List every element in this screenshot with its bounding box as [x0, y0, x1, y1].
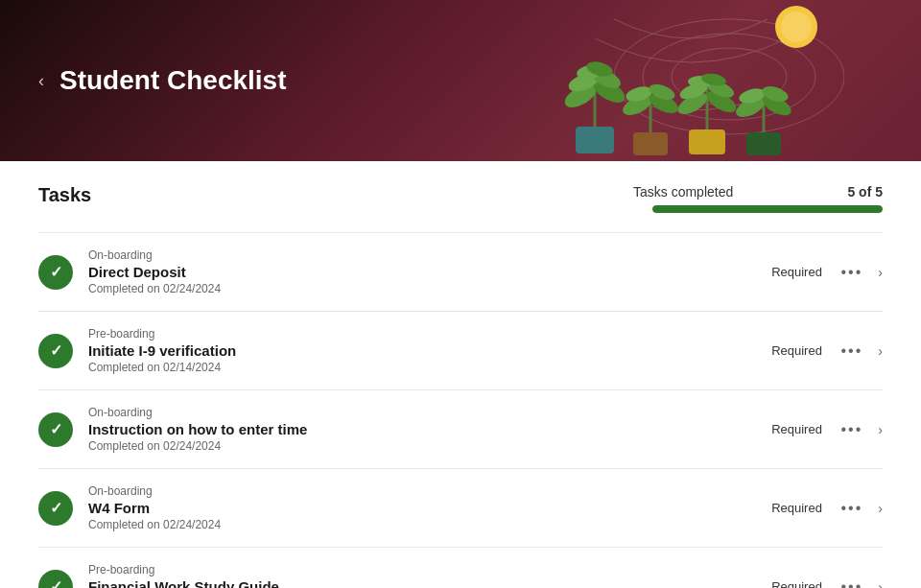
tasks-completed-label: Tasks completed	[633, 184, 733, 200]
task-name-4: W4 Form	[88, 500, 768, 516]
progress-bar-fill	[652, 205, 883, 213]
task-name-2: Initiate I-9 verification	[88, 342, 768, 359]
task-date-4: Completed on 02/24/2024	[88, 518, 768, 531]
task-info-5: Pre-boarding Financial Work Study Guide …	[88, 563, 768, 588]
task-item: ✓ On-boarding Instruction on how to ente…	[38, 390, 883, 469]
tasks-completed-count: 5 of 5	[847, 184, 883, 200]
task-category-1: On-boarding	[88, 248, 768, 262]
task-chevron-3[interactable]: ›	[878, 422, 883, 437]
tasks-completed-block: Tasks completed 5 of 5	[633, 184, 883, 213]
task-name-3: Instruction on how to enter time	[88, 421, 768, 437]
task-item: ✓ Pre-boarding Initiate I-9 verification…	[38, 312, 883, 390]
task-required-5: Required	[768, 579, 826, 588]
task-date-1: Completed on 02/24/2024	[88, 282, 768, 295]
task-item: ✓ On-boarding W4 Form Completed on 02/24…	[38, 469, 883, 548]
task-date-3: Completed on 02/24/2024	[88, 439, 768, 453]
header-illustration	[537, 0, 844, 161]
tasks-header-row: Tasks Tasks completed 5 of 5	[38, 184, 883, 213]
svg-rect-5	[576, 127, 614, 153]
tasks-completed-row: Tasks completed 5 of 5	[633, 184, 883, 200]
task-info-4: On-boarding W4 Form Completed on 02/24/2…	[88, 484, 768, 531]
task-info-2: Pre-boarding Initiate I-9 verification C…	[88, 327, 768, 374]
back-button[interactable]: ‹	[38, 71, 44, 91]
task-required-1: Required	[768, 265, 826, 279]
task-date-2: Completed on 02/14/2024	[88, 361, 768, 374]
task-category-5: Pre-boarding	[88, 563, 768, 576]
task-required-2: Required	[768, 343, 826, 358]
svg-rect-13	[633, 132, 668, 155]
task-required-4: Required	[768, 501, 826, 515]
task-right-2: Required ••• ›	[768, 342, 883, 360]
task-chevron-1[interactable]: ›	[878, 265, 883, 280]
task-name-1: Direct Deposit	[88, 264, 768, 280]
task-right-5: Required ••• ›	[768, 578, 883, 589]
svg-rect-27	[746, 132, 781, 155]
main-content: Tasks Tasks completed 5 of 5 ✓ On-boardi…	[0, 161, 921, 588]
progress-bar-background	[652, 205, 883, 213]
task-check-icon-2: ✓	[38, 334, 73, 368]
svg-rect-19	[689, 129, 725, 154]
task-check-icon-1: ✓	[38, 255, 73, 290]
page-header: ‹ Student Checklist	[0, 0, 921, 161]
plants-svg	[537, 0, 844, 161]
task-name-5: Financial Work Study Guide	[88, 578, 768, 588]
task-more-button-1[interactable]: •••	[841, 264, 863, 281]
task-check-icon-4: ✓	[38, 491, 73, 526]
task-right-1: Required ••• ›	[768, 264, 883, 281]
task-category-3: On-boarding	[88, 406, 768, 419]
task-check-icon-5: ✓	[38, 570, 73, 589]
task-more-button-2[interactable]: •••	[841, 342, 863, 360]
task-item: ✓ Pre-boarding Financial Work Study Guid…	[38, 548, 883, 588]
tasks-title: Tasks	[38, 184, 91, 206]
task-more-button-3[interactable]: •••	[841, 421, 863, 438]
task-check-icon-3: ✓	[38, 412, 73, 447]
page-title: Student Checklist	[59, 65, 286, 96]
task-info-3: On-boarding Instruction on how to enter …	[88, 406, 768, 453]
task-category-2: Pre-boarding	[88, 327, 768, 341]
task-item: ✓ On-boarding Direct Deposit Completed o…	[38, 233, 883, 312]
task-required-3: Required	[768, 422, 826, 436]
task-list: ✓ On-boarding Direct Deposit Completed o…	[38, 232, 883, 588]
task-info-1: On-boarding Direct Deposit Completed on …	[88, 248, 768, 295]
task-chevron-5[interactable]: ›	[878, 579, 883, 589]
task-chevron-2[interactable]: ›	[878, 343, 883, 359]
task-chevron-4[interactable]: ›	[878, 501, 883, 516]
task-more-button-4[interactable]: •••	[841, 500, 863, 517]
task-more-button-5[interactable]: •••	[841, 578, 863, 589]
task-right-4: Required ••• ›	[768, 500, 883, 517]
svg-point-4	[781, 12, 812, 42]
task-category-4: On-boarding	[88, 484, 768, 498]
task-right-3: Required ••• ›	[768, 421, 883, 438]
